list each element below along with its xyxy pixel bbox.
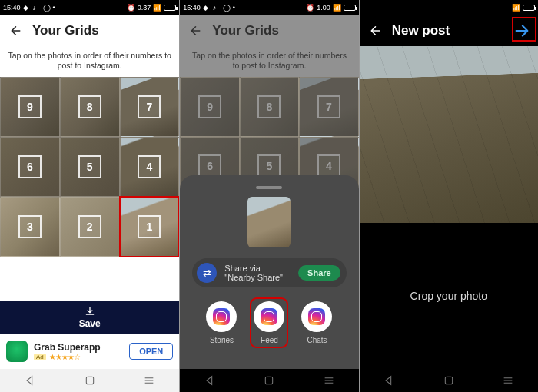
system-nav-bar (180, 369, 358, 392)
status-alarm-icon: ⏰ (127, 4, 135, 12)
status-bar: 📶 (360, 0, 538, 15)
crop-instruction: Crop your photo (360, 223, 538, 369)
nearby-share-icon: ⇄ (197, 263, 217, 283)
status-alarm-icon: ⏰ (306, 4, 314, 12)
instagram-icon (301, 301, 332, 332)
page-title: Your Grids (212, 23, 279, 38)
instruction-text: Tap on the photos in order of their numb… (0, 46, 179, 77)
status-signal-icon: 📶 (333, 4, 341, 12)
save-button[interactable]: Save (0, 301, 179, 334)
back-icon[interactable] (8, 24, 22, 38)
share-thumbnail (247, 197, 291, 247)
new-post-body: Crop your photo (360, 46, 538, 369)
ad-logo-icon (6, 341, 28, 362)
page-title: New post (392, 23, 450, 38)
status-app-icon: ♪ (213, 4, 221, 12)
nearby-share-button[interactable]: Share (298, 265, 340, 281)
system-nav-bar (0, 369, 179, 392)
status-app-icon: • (53, 4, 61, 12)
share-app-label: Feed (261, 336, 278, 344)
status-net-speed: 0.37 (138, 4, 151, 12)
status-app-icon: • (233, 4, 241, 12)
ad-open-button[interactable]: OPEN (129, 343, 173, 360)
instagram-icon (254, 301, 284, 332)
nav-recent-icon[interactable] (502, 374, 514, 387)
nav-recent-icon[interactable] (143, 374, 155, 387)
share-app-label: Stories (210, 336, 234, 344)
photo-grid: 9 8 7 6 5 4 3 2 1 (0, 77, 179, 256)
status-app-icon: ◆ (23, 4, 31, 12)
status-app-icon: ◆ (203, 4, 211, 12)
share-app-label: Chats (307, 336, 327, 344)
app-bar: Your Grids (0, 15, 179, 46)
grid-cell-9[interactable]: 9 (0, 77, 60, 137)
grid-cell-1[interactable]: 1 (120, 197, 180, 257)
status-bar: 15:40 ◆ ♪ ◯ • ⏰ 0.37 📶 (0, 0, 179, 15)
grid-cell-5[interactable]: 5 (60, 137, 120, 197)
svg-rect-0 (86, 377, 93, 384)
status-time: 15:40 (183, 4, 201, 12)
nav-home-icon[interactable] (84, 374, 96, 387)
grid-cell-7[interactable]: 7 (120, 77, 180, 137)
nearby-share-row[interactable]: ⇄ Share via "Nearby Share" Share (192, 258, 346, 287)
spacer (0, 257, 179, 301)
page-title: Your Grids (32, 23, 99, 38)
grid-cell-7[interactable]: 7 (299, 77, 358, 136)
nearby-share-text: Share via "Nearby Share" (224, 264, 291, 282)
svg-rect-1 (266, 377, 273, 384)
share-sheet: ⇄ Share via "Nearby Share" Share Stories… (180, 175, 358, 369)
app-bar: Your Grids (180, 15, 358, 46)
back-icon[interactable] (188, 24, 201, 38)
ad-badge: Ad (34, 354, 46, 360)
status-bar: 15:40 ◆ ♪ ◯ • ⏰ 1.00 📶 (180, 0, 358, 15)
nav-back-icon[interactable] (383, 374, 395, 387)
status-app-icon: ◯ (43, 4, 51, 12)
back-icon[interactable] (367, 24, 381, 38)
download-icon (85, 306, 95, 317)
sheet-handle-icon[interactable] (256, 186, 282, 189)
grid-cell-9[interactable]: 9 (180, 77, 239, 136)
grid-cell-6[interactable]: 6 (0, 137, 60, 197)
nav-back-icon[interactable] (24, 374, 36, 387)
phone-screen-3: 📶 New post Crop your photo (359, 0, 538, 392)
phone-screen-2: 15:40 ◆ ♪ ◯ • ⏰ 1.00 📶 Your Grids Tap on… (179, 0, 358, 392)
crop-photo-preview[interactable] (360, 46, 538, 223)
status-net-speed: 1.00 (317, 4, 330, 12)
battery-icon (523, 5, 535, 11)
status-app-icon: ◯ (223, 4, 231, 12)
highlight-box (512, 17, 536, 42)
battery-icon (344, 5, 356, 11)
system-nav-bar (360, 369, 538, 392)
instagram-icon (206, 301, 237, 332)
battery-icon (164, 5, 176, 11)
grid-cell-8[interactable]: 8 (240, 77, 299, 136)
share-app-chats[interactable]: Chats (301, 301, 332, 344)
instruction-text: Tap on the photos in order of their numb… (180, 46, 358, 77)
svg-rect-2 (445, 377, 452, 384)
nav-home-icon[interactable] (263, 374, 275, 387)
status-signal-icon: 📶 (512, 4, 520, 12)
share-app-row: Stories Feed Chats (188, 301, 350, 344)
grid-cell-4[interactable]: 4 (120, 137, 180, 197)
nav-recent-icon[interactable] (323, 374, 335, 387)
nav-back-icon[interactable] (204, 374, 216, 387)
save-label: Save (79, 318, 101, 329)
phone-screen-1: 15:40 ◆ ♪ ◯ • ⏰ 0.37 📶 Your Grids Tap on… (0, 0, 179, 392)
status-time: 15:40 (3, 4, 21, 12)
grid-cell-3[interactable]: 3 (0, 197, 60, 257)
grid-cell-2[interactable]: 2 (60, 197, 120, 257)
grid-cell-8[interactable]: 8 (60, 77, 120, 137)
share-app-stories[interactable]: Stories (206, 301, 237, 344)
ad-banner[interactable]: Grab Superapp Ad ★★★★☆ OPEN (0, 334, 179, 369)
status-app-icon: ♪ (33, 4, 41, 12)
status-signal-icon: 📶 (153, 4, 161, 12)
nav-home-icon[interactable] (443, 374, 455, 387)
ad-brand: Grab Superapp (34, 342, 123, 353)
ad-stars-icon: ★★★★☆ (49, 353, 80, 361)
share-app-feed[interactable]: Feed (254, 301, 284, 344)
